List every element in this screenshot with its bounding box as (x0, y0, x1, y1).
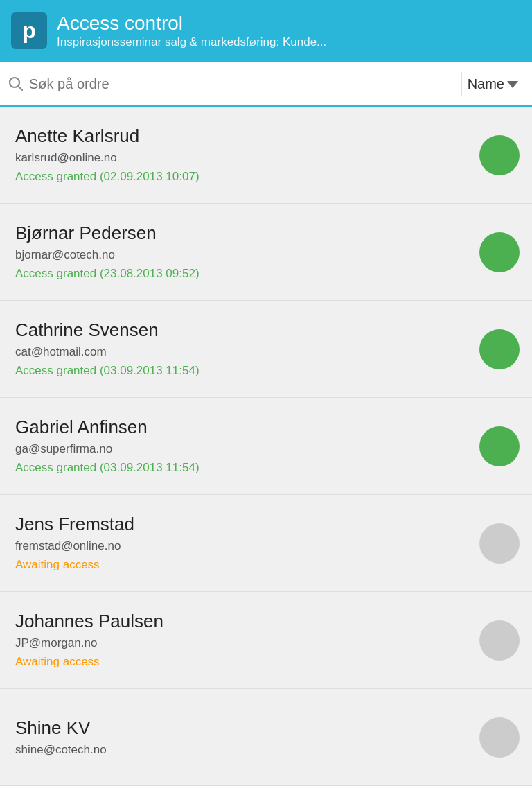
item-name: Bjørnar Pedersen (15, 222, 471, 245)
item-status: Access granted (02.09.2013 10:07) (15, 168, 471, 186)
sort-button[interactable]: Name (461, 72, 524, 96)
chevron-down-icon (507, 81, 518, 88)
item-status: Awaiting access (15, 556, 471, 574)
item-info: Jens Fremstad fremstad@online.no Awaitin… (15, 513, 471, 573)
attendee-list: Anette Karlsrud karlsrud@online.no Acces… (0, 107, 532, 786)
item-status: Access granted (03.09.2013 11:54) (15, 362, 471, 380)
sort-label: Name (468, 76, 504, 92)
list-item[interactable]: Cathrine Svensen cat@hotmail.com Access … (0, 301, 532, 398)
item-info: Anette Karlsrud karlsrud@online.no Acces… (15, 125, 471, 185)
list-item[interactable]: Johannes Paulsen JP@morgan.no Awaiting a… (0, 592, 532, 689)
item-name: Shine KV (15, 717, 471, 740)
item-status: Awaiting access (15, 653, 471, 671)
app-header: p Access control Inspirasjonsseminar sal… (0, 0, 532, 62)
search-bar: Name (0, 62, 532, 107)
list-item[interactable]: Jens Fremstad fremstad@online.no Awaitin… (0, 495, 532, 592)
item-email: shine@cotech.no (15, 742, 471, 758)
app-logo: p (11, 12, 47, 49)
item-name: Anette Karlsrud (15, 125, 471, 148)
item-email: fremstad@online.no (15, 538, 471, 554)
status-indicator (479, 232, 520, 272)
item-email: bjornar@cotech.no (15, 247, 471, 263)
list-item[interactable]: Bjørnar Pedersen bjornar@cotech.no Acces… (0, 204, 532, 301)
item-info: Johannes Paulsen JP@morgan.no Awaiting a… (15, 610, 471, 670)
status-indicator (479, 717, 520, 758)
status-indicator (479, 523, 520, 564)
item-name: Jens Fremstad (15, 513, 471, 536)
item-name: Gabriel Anfinsen (15, 416, 471, 439)
item-email: karlsrud@online.no (15, 150, 471, 166)
svg-line-1 (19, 87, 23, 91)
item-email: cat@hotmail.com (15, 344, 471, 360)
item-email: ga@superfirma.no (15, 441, 471, 457)
item-info: Bjørnar Pedersen bjornar@cotech.no Acces… (15, 222, 471, 282)
app-title: Access control (57, 12, 326, 35)
item-info: Gabriel Anfinsen ga@superfirma.no Access… (15, 416, 471, 476)
item-info: Shine KV shine@cotech.no (15, 717, 471, 758)
item-email: JP@morgan.no (15, 635, 471, 652)
item-name: Johannes Paulsen (15, 610, 471, 634)
list-item[interactable]: Shine KV shine@cotech.no (0, 689, 532, 786)
item-name: Cathrine Svensen (15, 319, 471, 342)
list-item[interactable]: Anette Karlsrud karlsrud@online.no Acces… (0, 107, 532, 204)
status-indicator (479, 329, 520, 369)
status-indicator (479, 620, 520, 661)
item-status: Access granted (03.09.2013 11:54) (15, 459, 471, 477)
status-indicator (479, 135, 520, 175)
search-icon (8, 76, 24, 91)
status-indicator (479, 426, 520, 466)
event-subtitle: Inspirasjonsseminar salg & markedsføring… (57, 35, 326, 49)
search-input[interactable] (29, 76, 461, 92)
item-info: Cathrine Svensen cat@hotmail.com Access … (15, 319, 471, 379)
header-text-group: Access control Inspirasjonsseminar salg … (57, 12, 326, 49)
list-item[interactable]: Gabriel Anfinsen ga@superfirma.no Access… (0, 398, 532, 495)
item-status: Access granted (23.08.2013 09:52) (15, 265, 471, 283)
